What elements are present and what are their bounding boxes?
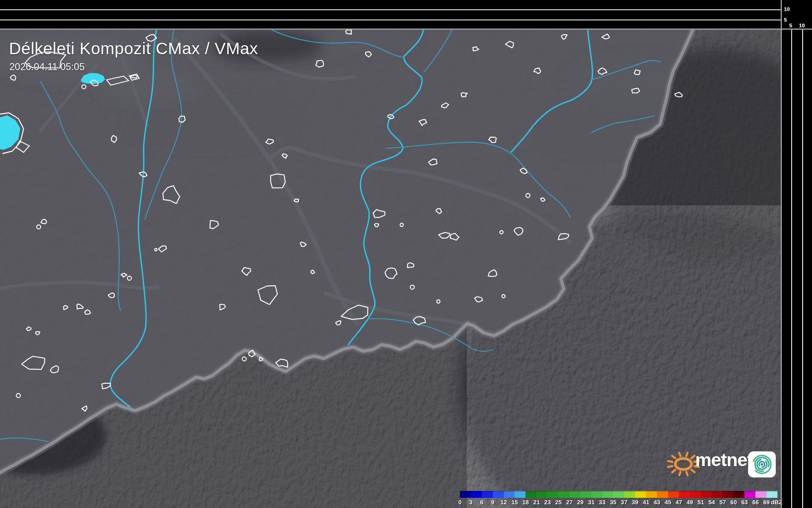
height-gridline-5km-right (791, 29, 792, 508)
scale-tick-label: 41 (643, 499, 649, 506)
scale-segment (536, 491, 547, 498)
scale-segment (460, 491, 471, 498)
radar-viewer: { "header": { "title": "Délkeleti Kompoz… (0, 0, 812, 508)
scale-tick-label: 63 (741, 499, 748, 506)
height-scale-top (0, 0, 812, 29)
map-frame-vertical (781, 0, 782, 508)
height-label-10-top: 10 (784, 6, 790, 12)
reflectivity-scale: 0369121518212325272931333537394143454749… (460, 491, 777, 507)
scale-tick-label: 23 (544, 499, 551, 506)
scale-tick-label: 66 (752, 499, 759, 506)
scale-tick-label: 31 (588, 499, 595, 506)
scale-tick-label: 12 (501, 499, 507, 506)
scale-tick-label: 54 (709, 499, 715, 506)
scale-segment (504, 491, 515, 498)
height-scale-right (781, 0, 812, 508)
scale-segment (493, 491, 504, 498)
scale-tick-label: 39 (632, 499, 638, 506)
scale-segment (690, 491, 701, 498)
height-gridline-5km-top (0, 20, 781, 20)
height-gridline-10km-top (0, 9, 781, 10)
scale-tick-label: 57 (719, 499, 726, 506)
scale-segment (591, 491, 602, 498)
height-label-5-top: 5 (784, 17, 787, 23)
scale-segment (766, 491, 777, 498)
product-timestamp: 2026.04.11 05:05 (9, 61, 85, 73)
scale-tick-label: 47 (676, 499, 682, 506)
scale-tick-label: 6 (480, 499, 484, 506)
scale-tick-label: 27 (566, 499, 573, 506)
scale-segment (722, 491, 733, 498)
scale-tick-label: 0 (458, 499, 462, 506)
scale-tick-label: 25 (555, 499, 562, 506)
scale-segment (613, 491, 624, 498)
scale-segment (558, 491, 569, 498)
scale-tick-label: 45 (665, 499, 671, 506)
height-label-5-right: 5 (789, 22, 792, 29)
scale-segment (701, 491, 712, 498)
scale-tick-label: 33 (599, 499, 606, 506)
scale-segment (657, 491, 668, 498)
scale-segment (569, 491, 580, 498)
scale-tick-label: 9 (491, 499, 495, 506)
scale-tick-label: 49 (687, 499, 693, 506)
scale-tick-label: 60 (730, 499, 737, 506)
scale-segment (471, 491, 482, 498)
scale-tick-label: 69 (763, 499, 770, 506)
scale-segment (679, 491, 690, 498)
scale-tick-label: 29 (577, 499, 584, 506)
scale-segment (602, 491, 613, 498)
scale-tick-label: 15 (511, 499, 518, 506)
scale-segment (668, 491, 679, 498)
scale-segment (646, 491, 657, 498)
scale-segment (624, 491, 635, 498)
height-gridline-10km-right (802, 29, 803, 508)
radar-map (0, 29, 781, 508)
scale-tick-label: 43 (654, 499, 660, 506)
scale-tick-label: 35 (610, 499, 616, 506)
sun-icon (668, 453, 698, 475)
map-frame-horizontal (0, 29, 812, 30)
scale-tick-label: 51 (698, 499, 704, 506)
reflectivity-scale-segments (460, 491, 777, 498)
scale-tick-label: 3 (469, 499, 473, 506)
product-title: Délkeleti Kompozit CMax / VMax (9, 39, 258, 58)
scale-tick-label: 37 (621, 499, 627, 506)
scale-segment (547, 491, 558, 498)
scale-segment (580, 491, 591, 498)
scale-tick-label: 18 (522, 499, 529, 506)
scale-segment (733, 491, 744, 498)
scale-segment (711, 491, 722, 498)
metnet-logo: metnet (663, 446, 781, 483)
logo-text: metnet (695, 449, 753, 471)
scale-segment (744, 491, 755, 498)
scale-segment (635, 491, 646, 498)
scale-segment (755, 491, 766, 498)
scale-segment (525, 491, 536, 498)
scale-tick-label: 21 (533, 499, 540, 506)
scale-segment (482, 491, 493, 498)
height-label-10-right: 10 (799, 22, 805, 29)
scale-segment (514, 491, 525, 498)
